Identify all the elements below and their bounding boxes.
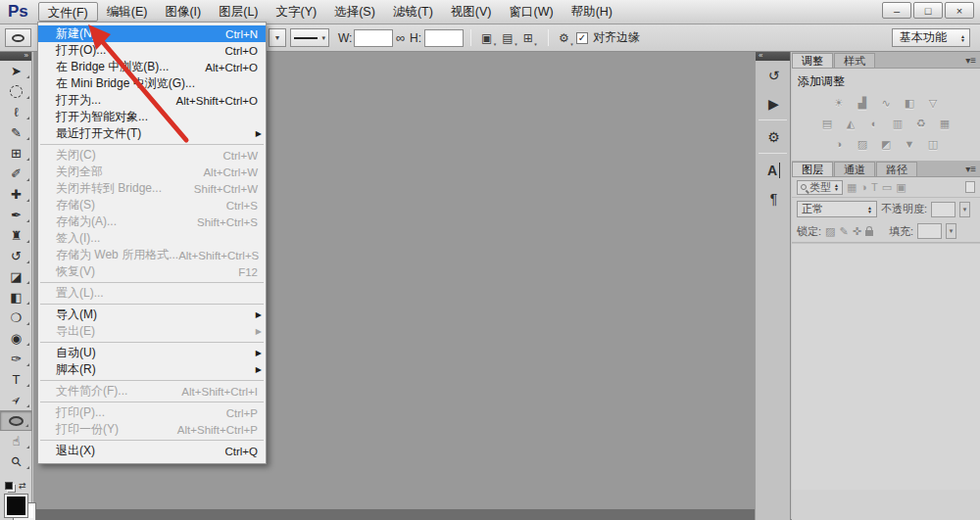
- menu-filter[interactable]: 滤镜(T): [384, 2, 442, 22]
- file-menu-item-close[interactable]: 关闭(C) Ctrl+W: [38, 147, 266, 164]
- stroke-style-dropdown[interactable]: ▾: [290, 28, 329, 47]
- menu-help[interactable]: 帮助(H): [563, 2, 621, 22]
- maximize-button[interactable]: □: [913, 2, 943, 19]
- tab-channels[interactable]: 通道: [834, 162, 875, 176]
- blend-mode-dropdown[interactable]: 正常 ▲▼: [797, 201, 877, 217]
- zoom-tool[interactable]: ⚲: [0, 451, 32, 472]
- file-menu-item-open[interactable]: 打开(O)... Ctrl+O: [38, 42, 266, 59]
- file-menu-item-save[interactable]: 存储(S) Ctrl+S: [38, 197, 266, 213]
- file-menu-item-browse-bridge[interactable]: 在 Bridge 中浏览(B)... Alt+Ctrl+O: [38, 59, 266, 75]
- align-edges-checkbox[interactable]: ✓: [576, 32, 588, 44]
- menu-image[interactable]: 图像(I): [156, 2, 210, 22]
- dodge-tool[interactable]: ◉: [0, 328, 32, 349]
- tab-adjustments[interactable]: 调整: [792, 53, 833, 68]
- exposure-icon[interactable]: ◧: [902, 96, 918, 110]
- panel-menu-icon[interactable]: ▾≡: [965, 55, 976, 66]
- foreground-color-swatch[interactable]: [5, 495, 27, 517]
- path-arrangement-icon[interactable]: ⊞: [518, 31, 538, 45]
- file-menu-item-close-goto-bridge[interactable]: 关闭并转到 Bridge... Shift+Ctrl+W: [38, 180, 266, 197]
- shape-filter-icon[interactable]: ▭: [882, 181, 892, 194]
- file-menu-item-import[interactable]: 导入(M) ▶: [38, 307, 266, 323]
- file-menu-item-revert[interactable]: 恢复(V) F12: [38, 263, 266, 280]
- link-wh-icon[interactable]: ∞: [396, 28, 405, 47]
- menu-file[interactable]: 文件(F): [38, 2, 98, 22]
- pen-tool[interactable]: ✑: [0, 349, 32, 369]
- smart-object-filter-icon[interactable]: ▣: [896, 181, 906, 194]
- photo-filter-icon[interactable]: ▥: [890, 117, 906, 130]
- menu-view[interactable]: 视图(V): [442, 2, 501, 22]
- adjustment-filter-icon[interactable]: ◑: [860, 181, 867, 193]
- tool-preset-picker[interactable]: [5, 28, 31, 47]
- brightness-contrast-icon[interactable]: ☀: [831, 96, 848, 110]
- type-tool[interactable]: T: [0, 369, 32, 390]
- fill-input[interactable]: [917, 223, 942, 239]
- healing-brush-tool[interactable]: ✚: [0, 184, 32, 205]
- file-menu-item-export[interactable]: 导出(E) ▶: [38, 323, 266, 340]
- menu-type[interactable]: 文字(Y): [268, 2, 326, 22]
- levels-icon[interactable]: ▟: [855, 96, 871, 110]
- path-alignment-icon[interactable]: ▤: [497, 31, 517, 45]
- opacity-caret-icon[interactable]: ▼: [959, 202, 970, 217]
- history-panel-button[interactable]: ↺: [756, 61, 792, 89]
- ellipse-shape-tool[interactable]: [0, 410, 32, 431]
- file-menu-item-scripts[interactable]: 脚本(R) ▶: [38, 361, 266, 378]
- color-balance-icon[interactable]: ◭: [843, 117, 859, 130]
- file-menu-item-check-in[interactable]: 签入(I)...: [38, 230, 266, 247]
- pixel-filter-icon[interactable]: ▦: [847, 181, 857, 194]
- lock-pixels-icon[interactable]: ✎: [839, 225, 848, 238]
- lock-all-icon[interactable]: [865, 230, 873, 236]
- blur-tool[interactable]: ❍: [0, 307, 32, 328]
- gear-icon[interactable]: ⚙: [554, 31, 574, 45]
- file-menu-item-close-all[interactable]: 关闭全部 Alt+Ctrl+W: [38, 164, 266, 180]
- file-menu-item-place[interactable]: 置入(L)...: [38, 285, 266, 302]
- eraser-tool[interactable]: ◪: [0, 266, 32, 287]
- layer-filter-dropdown[interactable]: 类型 ▲▼: [797, 180, 843, 195]
- file-menu-item-browse-mini-bridge[interactable]: 在 Mini Bridge 中浏览(G)...: [38, 75, 266, 92]
- swap-colors-icon[interactable]: ⇄: [19, 481, 26, 491]
- color-lookup-icon[interactable]: ▦: [937, 117, 954, 130]
- menu-layer[interactable]: 图层(L): [210, 2, 267, 22]
- file-menu-item-print[interactable]: 打印(P)... Ctrl+P: [38, 404, 266, 421]
- properties-panel-button[interactable]: ⚙: [756, 122, 792, 151]
- file-menu-item-automate[interactable]: 自动(U) ▶: [38, 345, 266, 361]
- path-selection-tool[interactable]: ➢: [0, 390, 32, 410]
- opacity-input[interactable]: [931, 202, 956, 217]
- tab-styles[interactable]: 样式: [834, 53, 875, 68]
- menu-window[interactable]: 窗口(W): [501, 2, 563, 22]
- eyedropper-tool[interactable]: ✐: [0, 164, 32, 184]
- file-menu-item-file-info[interactable]: 文件简介(F)... Alt+Shift+Ctrl+I: [38, 383, 266, 400]
- history-brush-tool[interactable]: ↺: [0, 246, 32, 266]
- filter-toggle-icon[interactable]: [965, 181, 975, 193]
- clone-stamp-tool[interactable]: ♜: [0, 225, 32, 246]
- default-colors-icon[interactable]: [5, 482, 13, 490]
- invert-icon[interactable]: ◑: [831, 137, 848, 151]
- marquee-tool[interactable]: [0, 81, 32, 102]
- file-menu-item-save-as[interactable]: 存储为(A)... Shift+Ctrl+S: [38, 213, 266, 230]
- fill-caret-icon[interactable]: ▼: [946, 223, 956, 239]
- vibrance-icon[interactable]: ▽: [925, 96, 942, 110]
- hand-tool[interactable]: ☝: [0, 431, 32, 451]
- lock-position-icon[interactable]: ✜: [853, 225, 861, 238]
- file-menu-item-exit[interactable]: 退出(X) Ctrl+Q: [38, 443, 266, 459]
- panel-menu-icon[interactable]: ▾≡: [965, 164, 976, 174]
- height-input[interactable]: [424, 29, 464, 47]
- curves-icon[interactable]: ∿: [878, 96, 895, 110]
- path-operations-icon[interactable]: ▣: [476, 31, 497, 45]
- workspace-switcher[interactable]: 基本功能 ▲▼: [892, 28, 970, 47]
- file-menu-item-open-recent[interactable]: 最近打开文件(T) ▶: [38, 125, 266, 142]
- file-menu-item-new[interactable]: 新建(N)... Ctrl+N: [38, 25, 266, 42]
- paragraph-panel-button[interactable]: ¶: [756, 184, 792, 213]
- expand-dock-chevron-icon[interactable]: «: [756, 52, 790, 61]
- shape-picker-dropdown[interactable]: ▾: [269, 28, 286, 47]
- crop-tool[interactable]: ⊞: [0, 143, 32, 164]
- width-input[interactable]: [354, 29, 393, 47]
- lock-transparency-icon[interactable]: ▨: [825, 225, 835, 238]
- gradient-map-icon[interactable]: ▼: [902, 137, 918, 151]
- file-menu-item-open-as-smart-object[interactable]: 打开为智能对象...: [38, 109, 266, 125]
- threshold-icon[interactable]: ◩: [878, 137, 895, 151]
- close-button[interactable]: ×: [945, 2, 974, 19]
- move-tool[interactable]: ➤: [0, 61, 32, 81]
- file-menu-item-save-for-web[interactable]: 存储为 Web 所用格式... Alt+Shift+Ctrl+S: [38, 247, 266, 263]
- tab-paths[interactable]: 路径: [876, 162, 917, 176]
- minimize-button[interactable]: –: [882, 2, 911, 19]
